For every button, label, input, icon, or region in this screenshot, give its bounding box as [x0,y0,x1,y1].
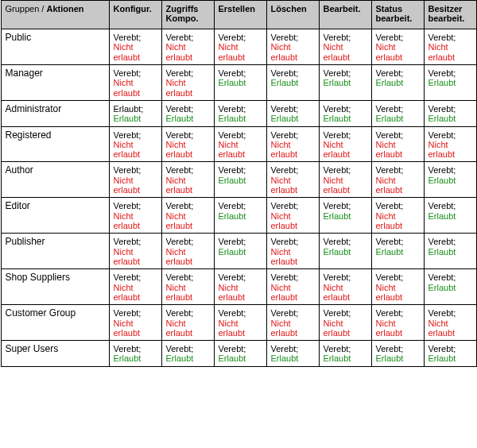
permission-inherit-label: Verebt; [166,130,194,140]
permission-inherit-label: Verebt; [166,272,194,282]
permission-inherit-label: Verebt; [376,237,404,246]
permission-inherit-label: Verebt; [324,344,351,353]
permission-inherit-label: Verebt; [376,68,404,78]
permission-inherit-label: Verebt; [376,272,404,282]
permission-status-label: Nicht erlaubt [271,283,315,303]
permission-cell: Verebt;Nicht erlaubt [319,305,371,341]
permission-inherit-label: Verebt; [219,308,246,318]
permission-cell: Verebt;Nicht erlaubt [319,29,371,65]
permission-cell: Verebt;Erlaubt [214,162,266,198]
permission-inherit-label: Verebt; [324,33,351,42]
permission-status-label: Erlaubt [324,353,367,363]
permission-inherit-label: Verebt; [271,130,299,140]
col-header-edit: Bearbeit. [319,1,371,29]
permission-status-label: Nicht erlaubt [166,140,210,160]
permission-cell: Verebt;Erlaubt [319,341,371,367]
permission-cell: Verebt;Nicht erlaubt [424,29,476,65]
permission-inherit-label: Verebt; [166,68,194,78]
permission-inherit-label: Verebt; [376,104,404,114]
permission-inherit-label: Verebt; [114,237,142,246]
permission-status-label: Erlaubt [376,353,420,363]
permission-inherit-label: Verebt; [271,201,299,210]
permission-cell: Verebt;Nicht erlaubt [109,162,161,198]
permission-cell: Verebt;Nicht erlaubt [266,29,319,65]
permission-inherit-label: Verebt; [271,33,299,42]
permission-cell: Verebt;Nicht erlaubt [424,305,476,341]
permission-inherit-label: Verebt; [114,33,142,42]
permission-cell: Verebt;Erlaubt [424,341,476,367]
permission-cell: Verebt;Erlaubt [424,198,476,234]
permission-cell: Verebt;Nicht erlaubt [266,234,319,269]
permission-status-label: Nicht erlaubt [429,42,472,62]
permission-inherit-label: Verebt; [324,201,351,210]
group-name-cell: Author [1,162,109,198]
permission-cell: Verebt;Nicht erlaubt [214,305,266,341]
permission-cell: Verebt;Nicht erlaubt [109,269,161,305]
permission-cell: Verebt;Erlaubt [371,234,424,269]
permission-inherit-label: Verebt; [219,165,246,175]
permission-status-label: Nicht erlaubt [166,283,210,303]
permission-cell: Verebt;Nicht erlaubt [161,198,214,234]
permission-cell: Verebt;Nicht erlaubt [319,162,371,198]
permission-status-label: Nicht erlaubt [376,140,420,160]
permission-status-label: Nicht erlaubt [219,140,262,160]
permission-status-label: Nicht erlaubt [114,247,157,267]
permission-cell: Verebt;Nicht erlaubt [109,198,161,234]
permission-status-label: Erlaubt [324,78,367,87]
permission-cell: Verebt;Nicht erlaubt [266,162,319,198]
permission-status-label: Nicht erlaubt [114,211,157,231]
permission-cell: Verebt;Erlaubt [214,234,266,269]
permission-status-label: Nicht erlaubt [376,176,420,195]
permission-status-label: Nicht erlaubt [324,140,367,160]
permission-cell: Verebt;Erlaubt [214,198,266,234]
permission-status-label: Nicht erlaubt [324,319,367,338]
permission-inherit-label: Verebt; [219,33,246,42]
permission-cell: Verebt;Erlaubt [371,341,424,367]
permission-inherit-label: Verebt; [219,201,246,210]
permission-status-label: Nicht erlaubt [166,247,210,267]
permission-status-label: Nicht erlaubt [324,176,367,195]
permission-status-label: Nicht erlaubt [376,211,420,231]
permission-inherit-label: Verebt; [219,272,246,282]
permission-status-label: Erlaubt [376,114,420,123]
permission-status-label: Nicht erlaubt [271,211,315,231]
permission-inherit-label: Verebt; [429,33,456,42]
permission-status-label: Erlaubt [166,114,210,123]
table-row: PublicVerebt;Nicht erlaubtVerebt;Nicht e… [1,29,476,65]
permission-cell: Verebt;Erlaubt [424,162,476,198]
permission-status-label: Erlaubt [219,211,262,221]
permission-inherit-label: Verebt; [271,344,299,353]
permission-cell: Verebt;Nicht erlaubt [214,269,266,305]
permission-status-label: Erlaubt [429,353,472,363]
permission-inherit-label: Verebt; [324,68,351,78]
permission-status-label: Erlaubt [166,353,210,363]
permission-status-label: Nicht erlaubt [114,78,157,98]
permission-inherit-label: Verebt; [271,237,299,246]
permission-cell: Verebt;Nicht erlaubt [214,29,266,65]
permission-inherit-label: Verebt; [114,130,142,140]
col-header-access: Zugriffs Kompo. [161,1,214,29]
permission-cell: Verebt;Nicht erlaubt [214,126,266,162]
permission-status-label: Nicht erlaubt [219,42,262,62]
permission-inherit-label: Erlaubt; [114,104,144,114]
permission-status-label: Nicht erlaubt [166,78,210,98]
permission-inherit-label: Verebt; [429,272,456,282]
permission-cell: Verebt;Erlaubt [214,64,266,100]
permission-status-label: Nicht erlaubt [166,176,210,195]
permission-cell: Verebt;Erlaubt [319,100,371,126]
permission-inherit-label: Verebt; [429,237,456,246]
permission-status-label: Nicht erlaubt [376,42,420,62]
permission-inherit-label: Verebt; [324,104,351,114]
permission-cell: Verebt;Erlaubt [214,100,266,126]
permission-cell: Verebt;Erlaubt [161,100,214,126]
permission-inherit-label: Verebt; [166,165,194,175]
permission-status-label: Erlaubt [324,211,367,221]
permission-cell: Verebt;Erlaubt [109,341,161,367]
permission-inherit-label: Verebt; [376,201,404,210]
permission-status-label: Nicht erlaubt [271,319,315,338]
permission-cell: Verebt;Erlaubt [319,198,371,234]
permission-inherit-label: Verebt; [376,33,404,42]
permission-cell: Verebt;Erlaubt [371,100,424,126]
permission-inherit-label: Verebt; [376,130,404,140]
permission-status-label: Erlaubt [219,114,262,123]
